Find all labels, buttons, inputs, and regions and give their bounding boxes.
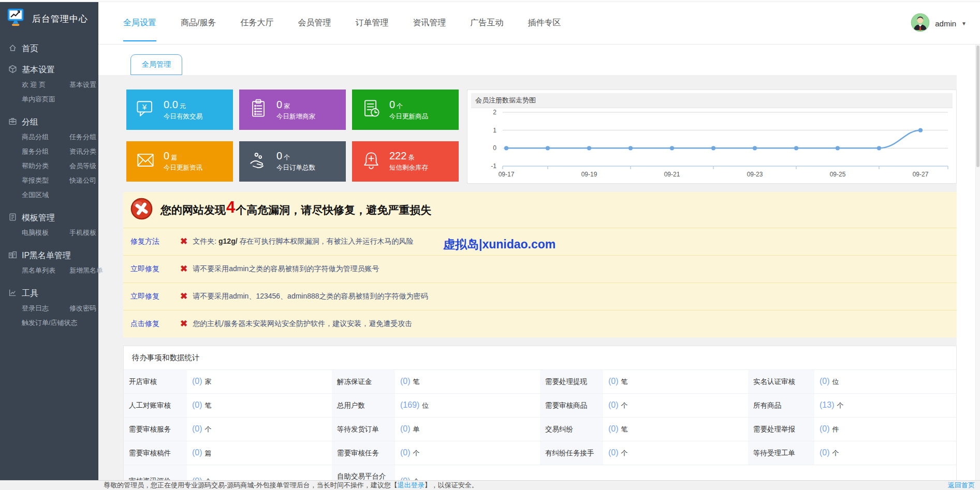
table-row: 人工对账审核 (0)笔 总用户数 (169)位 需要审核商品 (0)个 所有商品… [124, 394, 956, 418]
security-item-text: 您的主机/服务器未安装网站安全防护软件，建议安装，避免遭受攻击 [193, 319, 412, 329]
sidebar-item-welcome-page[interactable]: 欢 迎 页 [22, 78, 69, 92]
clipboard-icon [247, 97, 270, 122]
sidebar-item-mobile-template[interactable]: 手机模板 [69, 226, 98, 240]
security-item-text: 请不要采用admin、123456、admin888之类的容易被猜到的字符做为密… [193, 292, 428, 301]
svg-text:09-17: 09-17 [499, 171, 515, 178]
sidebar-item-change-password[interactable]: 修改密码 [69, 301, 98, 316]
stat-value: 222 [389, 150, 406, 161]
stat-cell-value: (0)笔 [395, 370, 540, 394]
sidebar-item-home[interactable]: 首页 [8, 43, 98, 54]
sidebar-item-basic-settings[interactable]: 基本设置 [69, 78, 98, 92]
stat-cell-value: (0)个 [187, 465, 332, 481]
stat-value: 0 [389, 99, 395, 110]
sidebar-section-basic-settings[interactable]: 基本设置 [8, 65, 98, 76]
stat-card-total-orders: 0个 今日订单总数 [239, 141, 346, 182]
red-x-icon: ✖ [180, 318, 187, 329]
stat-card-sms-stock: 222条 短信剩余库存 [352, 141, 459, 182]
user-menu[interactable]: admin ▼ [911, 2, 967, 44]
sidebar-section-ip-blacklist[interactable]: IP黑名单管理 [8, 250, 98, 261]
nav-item-goods-services[interactable]: 商品/服务 [181, 2, 216, 44]
svg-text:09-19: 09-19 [581, 171, 597, 178]
svg-text:0: 0 [493, 144, 496, 152]
nav-item-order-management[interactable]: 订单管理 [355, 2, 388, 44]
stat-cell-value: (169)位 [395, 394, 540, 418]
sidebar-item-pc-template[interactable]: 电脑模板 [22, 226, 69, 240]
stat-value: 0 [276, 99, 282, 110]
scrollbar-thumb[interactable] [976, 46, 979, 167]
sidebar-sub-ip-blacklist: 黑名单列表 新增黑名单 [8, 263, 98, 278]
vertical-scrollbar[interactable] [975, 44, 980, 480]
nav-item-task-hall[interactable]: 任务大厅 [240, 2, 273, 44]
nav-item-plugin-zone[interactable]: 插件专区 [528, 2, 561, 44]
overview-row: ¥ 0.0元 今日有效交易 [123, 90, 957, 184]
stat-unit: 条 [408, 154, 414, 161]
fix-method-link[interactable]: 修复方法 [130, 237, 180, 246]
svg-text:09-25: 09-25 [830, 171, 846, 178]
sidebar-item-blacklist-add[interactable]: 新增黑名单 [69, 263, 103, 278]
briefcase-icon [8, 117, 17, 128]
chevron-down-icon: ▼ [961, 21, 967, 26]
stat-cell-label: 开店审核 [124, 370, 187, 394]
id-card-icon [8, 250, 17, 261]
stat-unit: 篇 [171, 154, 177, 161]
nav-item-ad-interaction[interactable]: 广告互动 [470, 2, 503, 44]
sidebar-section-tools[interactable]: 工具 [8, 288, 98, 299]
stat-label: 今日更新资讯 [164, 164, 202, 172]
nav-item-member-management[interactable]: 会员管理 [298, 2, 331, 44]
stats-panel-title: 待办事项和数据统计 [124, 346, 956, 369]
click-to-fix-link[interactable]: 点击修复 [130, 319, 180, 329]
security-item-row: 修复方法 ✖ 文件夹: g12g/ 存在可执行脚本权限漏洞，有被注入并运行木马的… [123, 228, 957, 255]
sidebar-section-templates[interactable]: 模板管理 [8, 213, 98, 224]
sidebar-item-member-level[interactable]: 会员等级 [69, 159, 98, 173]
sidebar-item-single-content-page[interactable]: 单内容页面 [22, 92, 69, 107]
sidebar-item-service-group[interactable]: 服务分组 [22, 144, 69, 159]
line-chart: 210-109-1709-1909-2109-2309-2509-27 [467, 108, 956, 182]
fix-now-link[interactable]: 立即修复 [130, 264, 180, 274]
envelope-icon [134, 149, 157, 174]
sidebar-item-report-type[interactable]: 举报类型 [22, 173, 69, 188]
svg-text:-1: -1 [491, 162, 496, 170]
tab-row: 全局管理 [98, 44, 980, 75]
stat-cell-label: 需要审核任务 [332, 441, 395, 465]
logout-link[interactable]: 退出登录 [398, 481, 425, 489]
username: admin [935, 19, 956, 28]
red-x-icon: ✖ [180, 236, 187, 247]
nav-item-global-settings[interactable]: 全局设置 [123, 2, 156, 44]
sidebar-item-help-category[interactable]: 帮助分类 [22, 159, 69, 173]
stat-cell-label: 所有商品 [748, 394, 814, 418]
stat-card-updated-goods: 0个 今日更新商品 [352, 90, 459, 130]
return-home-link[interactable]: 返回首页 [948, 481, 975, 490]
footer-message: 尊敬的管理员，您正在使用专业源码交易-源码商城-外包接单管理后台，当长时间不操作… [104, 481, 478, 489]
security-item-text: 文件夹: g12g/ 存在可执行脚本权限漏洞，有被注入并运行木马的风险 [193, 237, 413, 246]
svg-text:09-23: 09-23 [747, 171, 763, 178]
table-row: 开店审核 (0)家 解冻保证金 (0)笔 需要处理提现 (0)笔 实名认证审核 … [124, 370, 956, 394]
stat-cell-label: 需要处理提现 [540, 370, 603, 394]
stat-cell-value: (0)个 [603, 394, 748, 418]
chart-title: 会员注册数据走势图 [471, 93, 953, 108]
stat-cell-value: (0)个 [814, 441, 956, 465]
stat-cell-label: 自助交易平台介入 [332, 465, 395, 481]
template-icon [8, 213, 17, 224]
security-item-row: 点击修复 ✖ 您的主机/服务器未安装网站安全防护软件，建议安装，避免遭受攻击 [123, 310, 957, 337]
sidebar-item-goods-group[interactable]: 商品分组 [22, 130, 69, 144]
sidebar-item-express-company[interactable]: 快递公司 [69, 173, 98, 188]
nav-item-news-management[interactable]: 资讯管理 [413, 2, 446, 44]
sidebar-item-trigger-order-shop-status[interactable]: 触发订单/店铺状态 [22, 316, 69, 330]
sidebar-item-login-log[interactable]: 登录日志 [22, 301, 69, 316]
sidebar-item-task-group[interactable]: 任务分组 [69, 130, 98, 144]
fix-now-link[interactable]: 立即修复 [130, 292, 180, 301]
tab-global-management[interactable]: 全局管理 [130, 54, 182, 75]
stat-cell-empty [748, 465, 814, 481]
sidebar-section-groups[interactable]: 分组 [8, 117, 98, 128]
stat-label: 短信剩余库存 [389, 164, 428, 172]
stat-label: 今日新增商家 [276, 112, 315, 121]
member-registration-chart-panel: 会员注册数据走势图 210-109-1709-1909-2109-2309-25… [467, 90, 957, 184]
red-x-icon: ✖ [180, 291, 187, 302]
table-row: 需要审核稿件 (0)篇 需要审核任务 (0)个 有纠纷任务接手 (0)个 等待受… [124, 441, 956, 465]
sidebar-item-national-region[interactable]: 全国区域 [22, 188, 69, 202]
doc-clock-icon [360, 97, 383, 122]
sidebar-item-blacklist-list[interactable]: 黑名单列表 [22, 263, 69, 278]
sidebar-item-news-category[interactable]: 资讯分类 [69, 144, 98, 159]
stat-label: 今日更新商品 [389, 112, 428, 121]
top-navbar: 全局设置 商品/服务 任务大厅 会员管理 订单管理 资讯管理 广告互动 插件专区 [98, 2, 980, 44]
